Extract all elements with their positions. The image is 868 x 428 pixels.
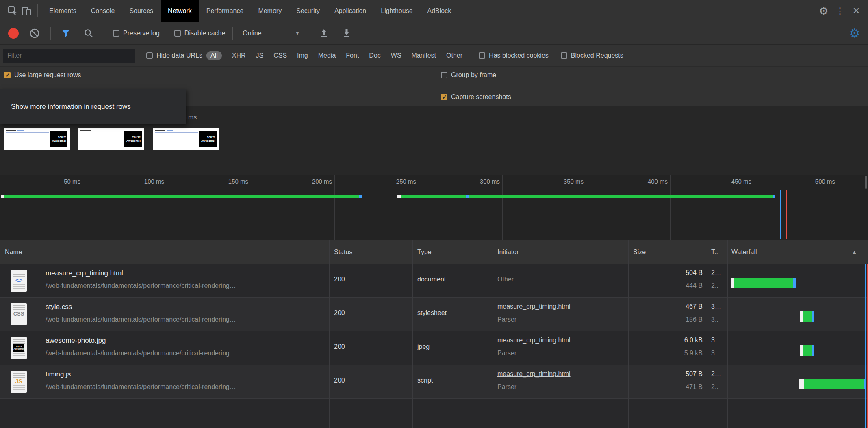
use-large-request-rows-toggle[interactable]: Use large request rows (4, 71, 81, 79)
record-network-log-icon[interactable] (8, 28, 19, 39)
image-file-icon: You're Awesome! (11, 337, 27, 359)
request-name: style.css (46, 303, 72, 311)
column-divider[interactable] (727, 240, 728, 428)
tab-elements[interactable]: Elements (42, 0, 84, 22)
tab-lighthouse[interactable]: Lighthouse (373, 0, 420, 22)
overview-request-bar (1, 195, 4, 198)
filter-type-doc[interactable]: Doc (369, 52, 380, 59)
request-path: /web-fundamentals/fundamentals/performan… (46, 383, 236, 391)
page-text-line (17, 130, 24, 131)
network-filter-input[interactable] (3, 49, 135, 63)
filter-type-ws[interactable]: WS (391, 52, 401, 59)
toolbar-divider (227, 50, 227, 61)
filter-funnel-icon[interactable] (60, 27, 72, 39)
tab-console[interactable]: Console (84, 0, 122, 22)
time-subvalue: 3.. (711, 316, 726, 323)
page-text-line (155, 130, 165, 131)
settings-gear-icon[interactable]: ⚙ (817, 4, 831, 18)
type-value: stylesheet (417, 309, 447, 317)
filter-type-other[interactable]: Other (446, 52, 462, 59)
initiator-link[interactable]: measure_crp_timing.html (497, 337, 571, 344)
export-har-icon[interactable] (341, 27, 353, 39)
overview-request-bar (359, 195, 362, 198)
column-divider[interactable] (628, 240, 629, 428)
tab-network[interactable]: Network (161, 0, 199, 22)
filter-type-css[interactable]: CSS (273, 52, 287, 59)
tab-memory[interactable]: Memory (251, 0, 289, 22)
table-row[interactable]: <> measure_crp_timing.html /web-fundamen… (0, 264, 868, 298)
tooltip-text: Show more information in request rows (11, 103, 131, 111)
page-text-line (6, 132, 49, 133)
initiator-link[interactable]: measure_crp_timing.html (497, 303, 571, 310)
status-value: 200 (334, 276, 345, 283)
screenshot-thumbnail[interactable]: You're Awesome! (153, 128, 219, 150)
filter-type-img[interactable]: Img (297, 52, 308, 59)
device-toolbar-icon[interactable] (20, 4, 33, 18)
column-divider[interactable] (329, 240, 330, 428)
network-toolbar: Preserve log Disable cache Online ▼ ⚙ (0, 22, 868, 45)
capture-screenshots-label: Capture screenshots (451, 93, 511, 101)
use-large-request-rows-label: Use large request rows (14, 71, 81, 79)
scrollbar-thumb[interactable] (865, 176, 867, 189)
checkbox-unchecked-icon (174, 30, 181, 37)
tab-sources[interactable]: Sources (122, 0, 161, 22)
column-divider[interactable] (493, 240, 493, 428)
toolbar-divider (840, 27, 840, 40)
network-filter-bar: Hide data URLs All XHR JS CSS Img Media … (0, 45, 868, 67)
initiator-value: Other (497, 276, 514, 283)
blocked-requests-toggle[interactable]: Blocked Requests (561, 52, 623, 59)
network-overview[interactable]: 50 ms 100 ms 150 ms 200 ms 250 ms 300 ms… (0, 175, 868, 240)
filter-type-media[interactable]: Media (318, 52, 336, 59)
tab-adblock[interactable]: AdBlock (420, 0, 459, 22)
throttling-select[interactable]: Online ▼ (243, 30, 299, 37)
overview-request-bar (397, 195, 401, 198)
initiator-link[interactable]: measure_crp_timing.html (497, 370, 571, 378)
tab-application[interactable]: Application (327, 0, 373, 22)
filter-type-manifest[interactable]: Manifest (412, 52, 436, 59)
filter-type-xhr[interactable]: XHR (232, 52, 246, 59)
import-har-icon[interactable] (318, 27, 330, 39)
table-row[interactable]: JS timing.js /web-fundamentals/fundament… (0, 365, 868, 399)
request-path: /web-fundamentals/fundamentals/performan… (46, 282, 236, 290)
search-icon[interactable] (82, 27, 95, 39)
clear-network-log-icon[interactable] (28, 27, 41, 39)
column-divider[interactable] (709, 240, 709, 428)
screenshot-thumbnail[interactable]: You're Awesome! (4, 128, 70, 150)
column-divider[interactable] (412, 240, 413, 428)
column-header-waterfall[interactable]: Waterfall (731, 240, 757, 264)
filter-type-all[interactable]: All (206, 51, 222, 60)
overview-request-bar (466, 195, 469, 198)
capture-screenshots-toggle[interactable]: Capture screenshots (441, 93, 511, 101)
screenshot-thumbnail[interactable]: You're Awesome! (78, 128, 144, 150)
filter-type-font[interactable]: Font (346, 52, 359, 59)
table-row[interactable]: CSS style.css /web-fundamentals/fundamen… (0, 298, 868, 331)
type-value: document (417, 276, 446, 283)
column-header-name[interactable]: Name (5, 240, 22, 264)
overview-request-bar (401, 195, 773, 198)
disable-cache-toggle[interactable]: Disable cache (174, 30, 226, 37)
checkbox-checked-icon (4, 72, 11, 78)
close-icon[interactable]: ✕ (849, 4, 863, 18)
preserve-log-toggle[interactable]: Preserve log (113, 30, 160, 37)
inspect-element-icon[interactable] (6, 4, 20, 18)
has-blocked-cookies-label: Has blocked cookies (489, 52, 549, 59)
network-settings-gear-icon[interactable]: ⚙ (848, 27, 861, 39)
more-menu-icon[interactable]: ⋮ (833, 4, 847, 18)
column-header-time[interactable]: T.. (711, 240, 718, 264)
column-header-type[interactable]: Type (417, 240, 432, 264)
filter-type-js[interactable]: JS (256, 52, 264, 59)
tab-performance[interactable]: Performance (199, 0, 251, 22)
page-text-line (155, 132, 198, 133)
checkbox-checked-icon (441, 94, 447, 100)
time-value: 2… (711, 269, 726, 277)
size-subvalue: 444 B (628, 282, 703, 290)
has-blocked-cookies-toggle[interactable]: Has blocked cookies (479, 52, 549, 59)
column-header-initiator[interactable]: Initiator (497, 240, 519, 264)
hide-data-urls-toggle[interactable]: Hide data URLs (146, 52, 202, 59)
group-by-frame-toggle[interactable]: Group by frame (441, 71, 496, 79)
tab-security[interactable]: Security (289, 0, 327, 22)
column-header-size[interactable]: Size (633, 240, 646, 264)
table-row[interactable]: You're Awesome! awesome-photo.jpg /web-f… (0, 331, 868, 365)
time-subvalue: 2.. (711, 282, 726, 290)
column-header-status[interactable]: Status (334, 240, 352, 264)
